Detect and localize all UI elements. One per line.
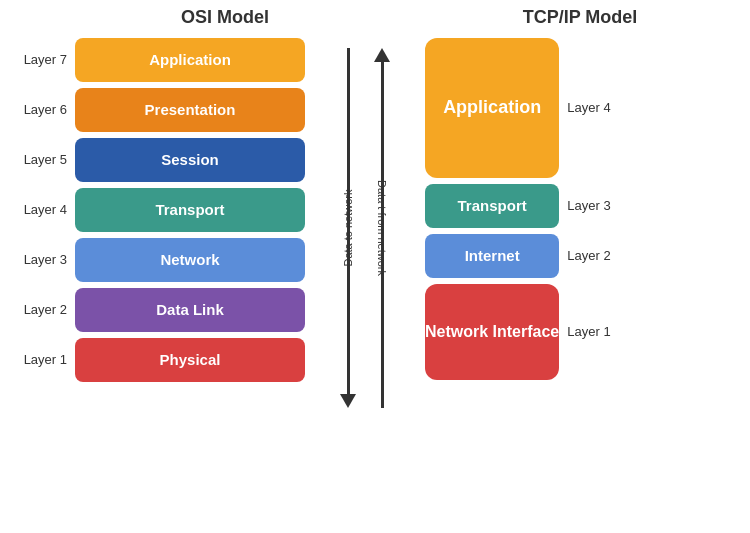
diagram: OSI Model TCP/IP Model Layer 7 Applicati…	[5, 7, 745, 527]
tcpip-column: Application Layer 4 Transport Layer 3 In…	[425, 38, 619, 380]
arrow-left-head	[340, 394, 356, 408]
tcpip-title: TCP/IP Model	[450, 7, 710, 28]
tcpip-label-4: Layer 4	[567, 100, 619, 115]
layer-label-1: Layer 1	[15, 352, 67, 367]
layer-label-6: Layer 6	[15, 102, 67, 117]
arrow-left: Data to network	[340, 48, 356, 408]
main-content: Layer 7 Application Layer 6 Presentation…	[5, 38, 745, 418]
titles-row: OSI Model TCP/IP Model	[5, 7, 745, 28]
osi-box-session: Session	[75, 138, 305, 182]
tcpip-box-application: Application	[425, 38, 559, 178]
tcpip-row-netif: Network Interface Layer 1	[425, 284, 619, 380]
osi-title: OSI Model	[80, 7, 370, 28]
osi-box-network: Network	[75, 238, 305, 282]
layer-label-3: Layer 3	[15, 252, 67, 267]
tcpip-label-3: Layer 3	[567, 198, 619, 213]
tcpip-label-2: Layer 2	[567, 248, 619, 263]
osi-row-4: Layer 4 Transport	[15, 188, 305, 232]
osi-row-3: Layer 3 Network	[15, 238, 305, 282]
osi-box-presentation: Presentation	[75, 88, 305, 132]
osi-row-2: Layer 2 Data Link	[15, 288, 305, 332]
tcpip-box-transport: Transport	[425, 184, 559, 228]
arrow-right: Data t from network	[374, 48, 390, 408]
osi-box-application: Application	[75, 38, 305, 82]
osi-box-physical: Physical	[75, 338, 305, 382]
middle-arrows: Data to network Data t from network	[305, 38, 425, 418]
arrow-left-label: Data to network	[342, 189, 354, 266]
arrow-container: Data to network Data t from network	[340, 38, 390, 418]
layer-label-7: Layer 7	[15, 52, 67, 67]
tcpip-box-internet: Internet	[425, 234, 559, 278]
tcpip-row-transport: Transport Layer 3	[425, 184, 619, 228]
osi-box-datalink: Data Link	[75, 288, 305, 332]
tcpip-row-app: Application Layer 4	[425, 38, 619, 178]
osi-row-6: Layer 6 Presentation	[15, 88, 305, 132]
osi-row-7: Layer 7 Application	[15, 38, 305, 82]
layer-label-4: Layer 4	[15, 202, 67, 217]
tcpip-box-netinterface: Network Interface	[425, 284, 559, 380]
osi-box-transport: Transport	[75, 188, 305, 232]
layer-label-2: Layer 2	[15, 302, 67, 317]
layer-label-5: Layer 5	[15, 152, 67, 167]
osi-column: Layer 7 Application Layer 6 Presentation…	[15, 38, 305, 382]
tcpip-row-internet: Internet Layer 2	[425, 234, 619, 278]
tcpip-label-1: Layer 1	[567, 324, 619, 339]
osi-row-1: Layer 1 Physical	[15, 338, 305, 382]
arrow-right-head	[374, 48, 390, 62]
arrow-right-label: Data t from network	[376, 180, 388, 276]
osi-row-5: Layer 5 Session	[15, 138, 305, 182]
